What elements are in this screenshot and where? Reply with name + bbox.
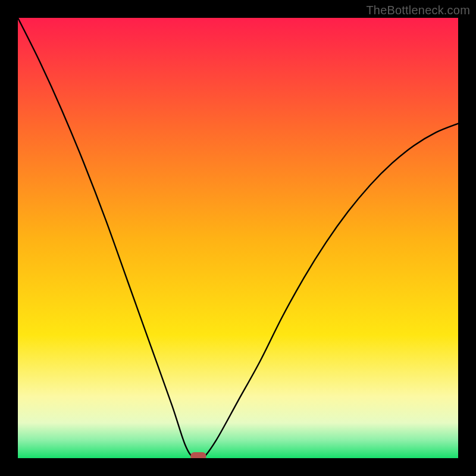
- watermark-text: TheBottleneck.com: [366, 4, 470, 17]
- optimal-marker: [190, 452, 206, 458]
- plot-area: [18, 18, 458, 458]
- chart-svg: [18, 18, 458, 458]
- gradient-background: [18, 18, 458, 458]
- chart-frame: TheBottleneck.com: [0, 0, 476, 476]
